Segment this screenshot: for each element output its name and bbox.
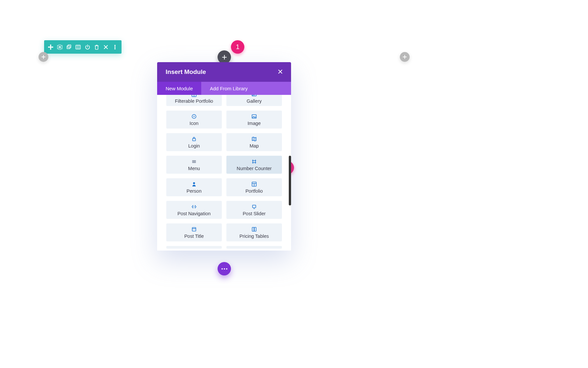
person-icon (191, 181, 197, 187)
svg-point-36 (226, 268, 227, 270)
module-grid: Filterable Portfolio Gallery Icon Image (166, 95, 282, 249)
post-navigation-icon (191, 204, 197, 210)
module-post-slider[interactable]: Post Slider (226, 201, 282, 219)
module-label: Map (250, 143, 259, 149)
module-map[interactable]: Map (226, 133, 282, 151)
module-pricing-tables[interactable]: Pricing Tables (226, 223, 282, 241)
module-filterable-portfolio[interactable]: Filterable Portfolio (166, 95, 222, 106)
tab-new-module[interactable]: New Module (157, 82, 201, 95)
modal-body: Filterable Portfolio Gallery Icon Image (157, 95, 291, 251)
module-label: Person (187, 188, 202, 194)
pricing-tables-icon (251, 226, 257, 232)
module-label: Login (188, 143, 200, 149)
module-label: Icon (189, 121, 198, 126)
map-icon (251, 136, 257, 142)
module-label: Menu (188, 166, 200, 171)
module-label: Gallery (247, 98, 262, 104)
login-icon (191, 136, 197, 142)
image-icon (251, 114, 257, 119)
module-partial-bottom-left[interactable] (166, 246, 222, 249)
svg-point-27 (194, 206, 194, 207)
add-section-left-button[interactable] (39, 52, 48, 62)
svg-point-23 (193, 182, 195, 184)
module-image[interactable]: Image (226, 111, 282, 129)
module-partial-bottom-right[interactable] (226, 246, 282, 249)
add-module-button[interactable] (218, 50, 231, 64)
gear-icon[interactable] (57, 44, 63, 50)
more-vertical-icon[interactable] (112, 44, 118, 50)
module-login[interactable]: Login (166, 133, 222, 151)
filterable-portfolio-icon (191, 95, 197, 97)
add-section-right-button[interactable] (400, 52, 410, 62)
svg-point-34 (221, 268, 223, 270)
svg-point-35 (224, 268, 225, 270)
module-portfolio[interactable]: Portfolio (226, 178, 282, 196)
gallery-icon (251, 95, 257, 97)
module-gallery[interactable]: Gallery (226, 95, 282, 106)
svg-rect-2 (68, 45, 71, 48)
close-toolbar-icon[interactable] (103, 44, 109, 50)
annotation-badge-1: 1 (231, 40, 244, 54)
modal-header: Insert Module (157, 62, 291, 82)
svg-point-8 (114, 48, 115, 49)
svg-rect-28 (253, 205, 256, 208)
icon-icon (191, 114, 197, 119)
module-label: Image (248, 121, 261, 126)
close-icon[interactable] (278, 69, 283, 76)
svg-rect-33 (254, 227, 256, 231)
module-label: Post Navigation (177, 211, 211, 216)
modal-scrollbar[interactable] (289, 156, 291, 205)
module-icon[interactable]: Icon (166, 111, 222, 129)
svg-rect-3 (76, 45, 80, 49)
more-options-button[interactable] (218, 262, 231, 275)
svg-rect-32 (252, 227, 254, 231)
module-label: Post Slider (243, 211, 266, 216)
svg-rect-30 (192, 227, 196, 231)
move-icon[interactable] (47, 44, 54, 50)
module-label: Number Counter (237, 166, 271, 171)
svg-rect-1 (67, 46, 70, 49)
module-label: Post Title (184, 234, 204, 239)
duplicate-icon[interactable] (66, 44, 72, 50)
svg-point-15 (193, 116, 194, 117)
module-number-counter[interactable]: Number Counter (226, 156, 282, 174)
svg-point-6 (114, 45, 115, 46)
number-counter-icon (251, 159, 257, 165)
svg-point-0 (59, 46, 60, 47)
module-label: Portfolio (245, 188, 263, 194)
module-menu[interactable]: Menu (166, 156, 222, 174)
module-label: Filterable Portfolio (175, 98, 213, 104)
section-toolbar (44, 40, 122, 54)
module-label: Pricing Tables (239, 234, 269, 239)
post-slider-icon (251, 204, 257, 210)
modal-tabs: New Module Add From Library (157, 82, 291, 95)
module-post-navigation[interactable]: Post Navigation (166, 201, 222, 219)
svg-point-7 (114, 46, 115, 47)
trash-icon[interactable] (93, 44, 100, 50)
post-title-icon (191, 226, 197, 232)
tab-add-from-library[interactable]: Add From Library (201, 82, 256, 95)
portfolio-icon (251, 181, 257, 187)
svg-rect-17 (193, 138, 196, 141)
power-icon[interactable] (84, 44, 91, 50)
menu-icon (191, 159, 197, 165)
columns-icon[interactable] (75, 44, 81, 50)
module-post-title[interactable]: Post Title (166, 223, 222, 241)
module-person[interactable]: Person (166, 178, 222, 196)
insert-module-modal: Insert Module New Module Add From Librar… (157, 62, 291, 251)
svg-rect-29 (253, 208, 255, 209)
modal-title: Insert Module (166, 68, 206, 76)
